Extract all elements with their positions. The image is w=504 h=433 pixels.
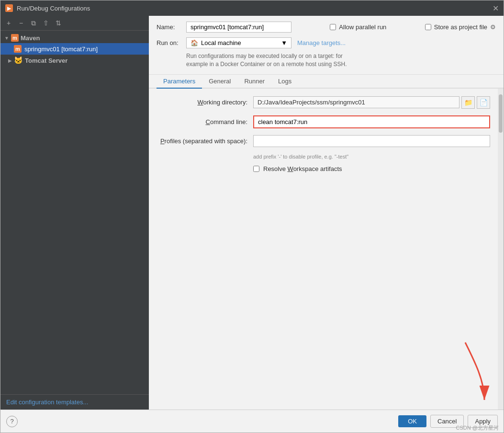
edit-templates-link[interactable]: Edit configuration templates... <box>6 399 88 406</box>
help-button[interactable]: ? <box>6 416 18 427</box>
browse-file-button[interactable]: 📄 <box>477 96 490 109</box>
sidebar-toolbar: + − ⧉ ⇧ ⇅ <box>0 16 149 31</box>
manage-targets-link[interactable]: Manage targets... <box>297 39 346 46</box>
ok-button[interactable]: OK <box>398 415 426 427</box>
working-directory-row: Working directory: 📁 📄 <box>157 96 490 109</box>
dialog-window: ▶ Run/Debug Configurations ✕ + − ⧉ ⇧ ⇅ ▼… <box>0 0 504 433</box>
resolve-workspace-label: Resolve Workspace artifacts <box>263 165 342 172</box>
tree-group-tomcat: ▶ 🐱 Tomcat Server <box>0 55 149 66</box>
dropdown-chevron-icon: ▼ <box>281 39 287 46</box>
main-content-wrapper: Working directory: 📁 📄 Command line: <box>149 89 504 410</box>
springmvc01-label: springmvc01 [tomcat7:run] <box>24 46 98 53</box>
name-input[interactable] <box>186 22 291 33</box>
close-button[interactable]: ✕ <box>493 4 499 13</box>
copy-config-button[interactable]: ⧉ <box>28 18 39 28</box>
tomcat-group-label: Tomcat Server <box>25 57 67 64</box>
maven-icon: m <box>11 34 19 42</box>
store-as-project-checkbox[interactable] <box>425 24 431 30</box>
dialog-body: + − ⧉ ⇧ ⇅ ▼ m Maven m springmvc01 [tomca… <box>0 16 504 410</box>
allow-parallel-group: Allow parallel run <box>330 23 386 31</box>
right-panel: Name: Allow parallel run Store as projec… <box>149 16 504 410</box>
tomcat-icon: 🐱 <box>14 56 23 65</box>
maven-item-icon: m <box>14 45 22 53</box>
sidebar-tree: ▼ m Maven m springmvc01 [tomcat7:run] ▶ … <box>0 31 149 394</box>
sidebar: + − ⧉ ⇧ ⇅ ▼ m Maven m springmvc01 [tomca… <box>0 16 149 410</box>
bottom-bar: ? OK Cancel Apply <box>0 410 504 433</box>
tomcat-group-header[interactable]: ▶ 🐱 Tomcat Server <box>0 55 149 66</box>
watermark: CSDN @北方星河 <box>456 424 499 432</box>
title-bar-left: ▶ Run/Debug Configurations <box>5 4 90 12</box>
sort-button[interactable]: ⇅ <box>53 18 64 28</box>
run-on-label: Run on: <box>157 39 180 46</box>
bottom-left: ? <box>6 416 18 427</box>
working-dir-input-group: 📁 📄 <box>253 96 490 109</box>
tab-general[interactable]: General <box>202 75 237 89</box>
profiles-row: Profiles (separated with space): <box>157 135 490 147</box>
store-as-project-group: Store as project file ⚙ <box>425 23 496 31</box>
tab-logs[interactable]: Logs <box>271 75 298 89</box>
allow-parallel-checkbox[interactable] <box>330 24 336 30</box>
command-line-row: Command line: <box>157 115 490 128</box>
content-header: Name: Allow parallel run Store as projec… <box>149 16 504 75</box>
name-row: Name: Allow parallel run Store as projec… <box>157 22 496 33</box>
tabs-bar: Parameters General Runner Logs <box>149 75 504 89</box>
profiles-label: Profiles (separated with space): <box>157 137 247 145</box>
run-on-row: Run on: 🏠 Local machine ▼ Manage targets… <box>157 37 496 48</box>
working-dir-input[interactable] <box>253 96 459 108</box>
profiles-hint: add prefix '-' to disable profile, e.g. … <box>253 154 490 160</box>
maven-chevron-icon: ▼ <box>4 35 9 41</box>
run-debug-icon: ▶ <box>5 4 13 12</box>
working-dir-label: Working directory: <box>157 99 247 106</box>
tree-group-maven: ▼ m Maven m springmvc01 [tomcat7:run] <box>0 33 149 55</box>
browse-folder-button[interactable]: 📁 <box>461 96 475 109</box>
content-main: Working directory: 📁 📄 Command line: <box>149 89 498 410</box>
title-bar: ▶ Run/Debug Configurations ✕ <box>0 0 504 16</box>
sidebar-footer: Edit configuration templates... <box>0 394 149 410</box>
run-on-value: Local machine <box>201 39 241 46</box>
store-as-project-settings-icon[interactable]: ⚙ <box>490 23 496 31</box>
resolve-workspace-row: Resolve Workspace artifacts <box>253 165 490 172</box>
sidebar-item-springmvc01[interactable]: m springmvc01 [tomcat7:run] <box>0 43 149 55</box>
command-line-input[interactable] <box>253 115 490 128</box>
remove-config-button[interactable]: − <box>16 18 26 28</box>
maven-group-header[interactable]: ▼ m Maven <box>0 33 149 43</box>
resolve-workspace-checkbox[interactable] <box>253 166 259 172</box>
scrollbar-thumb[interactable] <box>499 94 503 133</box>
tab-parameters[interactable]: Parameters <box>157 75 202 89</box>
tab-runner[interactable]: Runner <box>237 75 271 89</box>
info-text: Run configurations may be executed local… <box>186 52 496 68</box>
run-on-dropdown[interactable]: 🏠 Local machine ▼ <box>186 37 291 48</box>
tomcat-chevron-icon: ▶ <box>8 58 12 63</box>
command-line-label: Command line: <box>157 118 247 125</box>
home-icon: 🏠 <box>190 39 198 46</box>
name-label: Name: <box>157 23 180 31</box>
profiles-input[interactable] <box>253 135 490 147</box>
allow-parallel-label: Allow parallel run <box>339 23 386 31</box>
move-up-button[interactable]: ⇧ <box>41 18 51 28</box>
maven-group-label: Maven <box>21 34 40 42</box>
add-config-button[interactable]: + <box>3 18 14 28</box>
dialog-title: Run/Debug Configurations <box>17 5 90 12</box>
scrollbar-track[interactable] <box>498 89 504 410</box>
store-as-project-label: Store as project file <box>434 23 487 31</box>
